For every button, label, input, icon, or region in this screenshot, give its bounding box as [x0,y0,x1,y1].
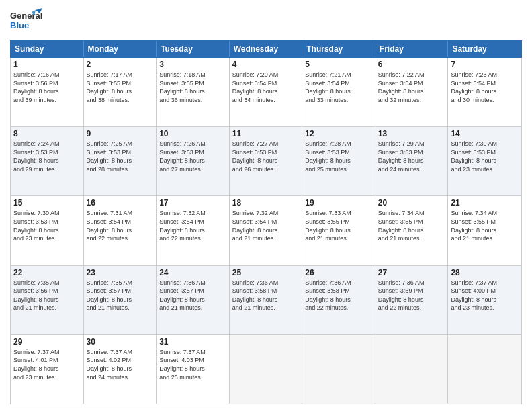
day-number: 18 [232,198,300,208]
day-number: 14 [451,129,519,138]
day-number: 9 [87,129,154,138]
day-number: 5 [305,60,372,69]
day-info: Sunrise: 7:34 AMSunset: 3:55 PMDaylight:… [378,209,445,242]
cal-cell-2-6: 13Sunrise: 7:29 AMSunset: 3:53 PMDayligh… [375,127,449,195]
day-info: Sunrise: 7:36 AMSunset: 3:57 PMDaylight:… [159,279,226,312]
page: General Blue SundayMondayTuesdayWednesda… [0,0,532,411]
day-info: Sunrise: 7:28 AMSunset: 3:53 PMDaylight:… [305,140,372,173]
week-row-2: 8Sunrise: 7:24 AMSunset: 3:53 PMDaylight… [11,127,521,196]
day-number: 3 [159,60,226,69]
cal-cell-3-7: 21Sunrise: 7:34 AMSunset: 3:55 PMDayligh… [448,196,521,265]
day-info: Sunrise: 7:35 AMSunset: 3:56 PMDaylight:… [13,279,81,312]
day-info: Sunrise: 7:34 AMSunset: 3:55 PMDaylight:… [451,209,519,242]
calendar-header: SundayMondayTuesdayWednesdayThursdayFrid… [10,40,522,58]
day-info: Sunrise: 7:36 AMSunset: 3:58 PMDaylight:… [305,279,372,312]
header: General Blue [10,7,522,35]
day-number: 28 [451,268,519,277]
day-number: 11 [232,129,300,138]
col-header-wednesday: Wednesday [230,41,303,57]
calendar: SundayMondayTuesdayWednesdayThursdayFrid… [10,40,522,404]
col-header-monday: Monday [84,41,157,57]
day-number: 15 [13,198,81,208]
day-number: 13 [378,129,445,138]
day-info: Sunrise: 7:29 AMSunset: 3:53 PMDaylight:… [378,140,445,173]
logo: General Blue [10,7,42,35]
day-info: Sunrise: 7:33 AMSunset: 3:55 PMDaylight:… [305,209,372,242]
day-number: 16 [87,198,154,208]
cal-cell-3-1: 15Sunrise: 7:30 AMSunset: 3:53 PMDayligh… [11,196,84,265]
day-info: Sunrise: 7:36 AMSunset: 3:59 PMDaylight:… [378,279,445,312]
day-info: Sunrise: 7:35 AMSunset: 3:57 PMDaylight:… [87,279,154,312]
day-info: Sunrise: 7:16 AMSunset: 3:56 PMDaylight:… [13,71,81,104]
cal-cell-4-1: 22Sunrise: 7:35 AMSunset: 3:56 PMDayligh… [11,266,84,334]
day-info: Sunrise: 7:20 AMSunset: 3:54 PMDaylight:… [232,71,300,104]
cal-cell-2-4: 11Sunrise: 7:27 AMSunset: 3:53 PMDayligh… [230,127,303,195]
col-header-friday: Friday [375,41,449,57]
cal-cell-4-5: 26Sunrise: 7:36 AMSunset: 3:58 PMDayligh… [302,266,375,334]
day-number: 23 [87,268,154,277]
day-info: Sunrise: 7:30 AMSunset: 3:53 PMDaylight:… [451,140,519,173]
cal-cell-3-2: 16Sunrise: 7:31 AMSunset: 3:54 PMDayligh… [84,196,157,265]
day-number: 30 [87,337,154,347]
day-info: Sunrise: 7:25 AMSunset: 3:53 PMDaylight:… [87,140,154,173]
day-info: Sunrise: 7:17 AMSunset: 3:55 PMDaylight:… [87,71,154,104]
col-header-thursday: Thursday [302,41,375,57]
day-number: 20 [378,198,445,208]
day-number: 19 [305,198,372,208]
cal-cell-3-5: 19Sunrise: 7:33 AMSunset: 3:55 PMDayligh… [302,196,375,265]
week-row-4: 22Sunrise: 7:35 AMSunset: 3:56 PMDayligh… [11,266,521,335]
day-number: 26 [305,268,372,277]
cal-cell-5-7 [448,335,521,404]
cal-cell-3-4: 18Sunrise: 7:32 AMSunset: 3:54 PMDayligh… [230,196,303,265]
day-info: Sunrise: 7:37 AMSunset: 4:03 PMDaylight:… [159,348,226,381]
week-row-1: 1Sunrise: 7:16 AMSunset: 3:56 PMDaylight… [11,58,521,127]
cal-cell-1-2: 2Sunrise: 7:17 AMSunset: 3:55 PMDaylight… [84,58,157,126]
svg-text:General: General [10,11,42,21]
cal-cell-4-6: 27Sunrise: 7:36 AMSunset: 3:59 PMDayligh… [375,266,449,334]
cal-cell-5-2: 30Sunrise: 7:37 AMSunset: 4:02 PMDayligh… [84,335,157,404]
cal-cell-5-6 [375,335,449,404]
day-info: Sunrise: 7:27 AMSunset: 3:53 PMDaylight:… [232,140,300,173]
day-number: 21 [451,198,519,208]
cal-cell-1-5: 5Sunrise: 7:21 AMSunset: 3:54 PMDaylight… [302,58,375,126]
day-number: 6 [378,60,445,69]
day-number: 10 [159,129,226,138]
day-info: Sunrise: 7:36 AMSunset: 3:58 PMDaylight:… [232,279,300,312]
day-number: 17 [159,198,226,208]
day-number: 22 [13,268,81,277]
day-info: Sunrise: 7:37 AMSunset: 4:01 PMDaylight:… [13,348,81,381]
cal-cell-2-1: 8Sunrise: 7:24 AMSunset: 3:53 PMDaylight… [11,127,84,195]
col-header-saturday: Saturday [448,41,521,57]
day-info: Sunrise: 7:30 AMSunset: 3:53 PMDaylight:… [13,209,81,242]
cal-cell-3-6: 20Sunrise: 7:34 AMSunset: 3:55 PMDayligh… [375,196,449,265]
cal-cell-3-3: 17Sunrise: 7:32 AMSunset: 3:54 PMDayligh… [157,196,230,265]
day-info: Sunrise: 7:23 AMSunset: 3:54 PMDaylight:… [451,71,519,104]
day-number: 12 [305,129,372,138]
cal-cell-2-7: 14Sunrise: 7:30 AMSunset: 3:53 PMDayligh… [448,127,521,195]
day-info: Sunrise: 7:37 AMSunset: 4:00 PMDaylight:… [451,279,519,312]
svg-text:Blue: Blue [10,20,29,30]
day-info: Sunrise: 7:32 AMSunset: 3:54 PMDaylight:… [159,209,226,242]
day-number: 8 [13,129,81,138]
cal-cell-4-4: 25Sunrise: 7:36 AMSunset: 3:58 PMDayligh… [230,266,303,334]
day-info: Sunrise: 7:22 AMSunset: 3:54 PMDaylight:… [378,71,445,104]
cal-cell-4-2: 23Sunrise: 7:35 AMSunset: 3:57 PMDayligh… [84,266,157,334]
day-info: Sunrise: 7:31 AMSunset: 3:54 PMDaylight:… [87,209,154,242]
cal-cell-4-7: 28Sunrise: 7:37 AMSunset: 4:00 PMDayligh… [448,266,521,334]
day-info: Sunrise: 7:18 AMSunset: 3:55 PMDaylight:… [159,71,226,104]
cal-cell-5-3: 31Sunrise: 7:37 AMSunset: 4:03 PMDayligh… [157,335,230,404]
day-info: Sunrise: 7:32 AMSunset: 3:54 PMDaylight:… [232,209,300,242]
calendar-body: 1Sunrise: 7:16 AMSunset: 3:56 PMDaylight… [10,58,522,404]
day-number: 27 [378,268,445,277]
day-number: 7 [451,60,519,69]
day-number: 1 [13,60,81,69]
cal-cell-1-1: 1Sunrise: 7:16 AMSunset: 3:56 PMDaylight… [11,58,84,126]
cal-cell-2-2: 9Sunrise: 7:25 AMSunset: 3:53 PMDaylight… [84,127,157,195]
cal-cell-4-3: 24Sunrise: 7:36 AMSunset: 3:57 PMDayligh… [157,266,230,334]
day-number: 4 [232,60,300,69]
cal-cell-1-7: 7Sunrise: 7:23 AMSunset: 3:54 PMDaylight… [448,58,521,126]
day-number: 29 [13,337,81,347]
week-row-3: 15Sunrise: 7:30 AMSunset: 3:53 PMDayligh… [11,196,521,265]
week-row-5: 29Sunrise: 7:37 AMSunset: 4:01 PMDayligh… [11,335,521,404]
col-header-sunday: Sunday [11,41,84,57]
